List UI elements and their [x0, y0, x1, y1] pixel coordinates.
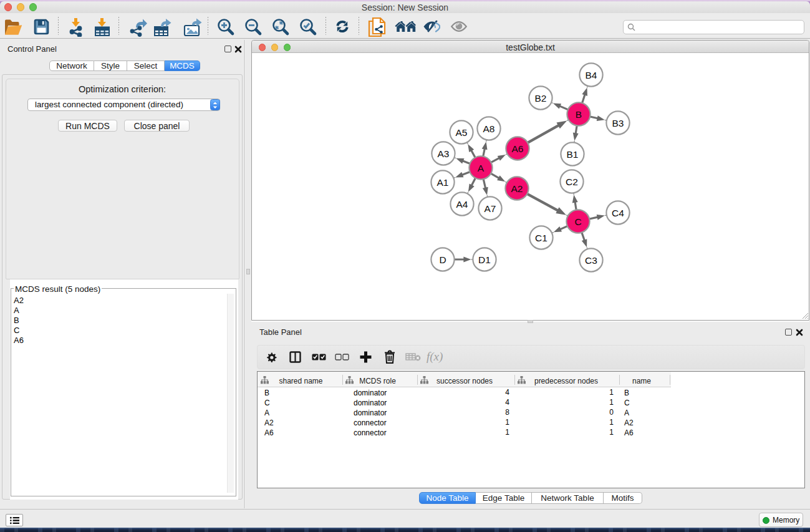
- svg-text:D1: D1: [478, 254, 491, 265]
- svg-text:B4: B4: [586, 70, 597, 80]
- svg-text:C1: C1: [535, 233, 547, 243]
- svg-text:A3: A3: [438, 148, 450, 159]
- svg-text:B: B: [576, 109, 582, 120]
- svg-text:A2: A2: [511, 183, 523, 194]
- svg-text:A: A: [478, 163, 485, 173]
- svg-text:C3: C3: [585, 255, 597, 266]
- svg-text:C4: C4: [612, 208, 624, 218]
- svg-text:A1: A1: [437, 177, 449, 188]
- svg-text:B3: B3: [612, 118, 624, 128]
- svg-text:A7: A7: [485, 203, 496, 214]
- svg-text:D: D: [439, 254, 446, 265]
- svg-text:A8: A8: [483, 123, 495, 134]
- svg-text:C: C: [574, 216, 581, 227]
- svg-text:A4: A4: [456, 199, 468, 210]
- svg-text:B2: B2: [535, 93, 547, 104]
- svg-text:C2: C2: [566, 177, 578, 187]
- svg-text:A5: A5: [456, 127, 468, 138]
- svg-text:B1: B1: [567, 149, 579, 160]
- svg-text:A6: A6: [512, 143, 524, 154]
